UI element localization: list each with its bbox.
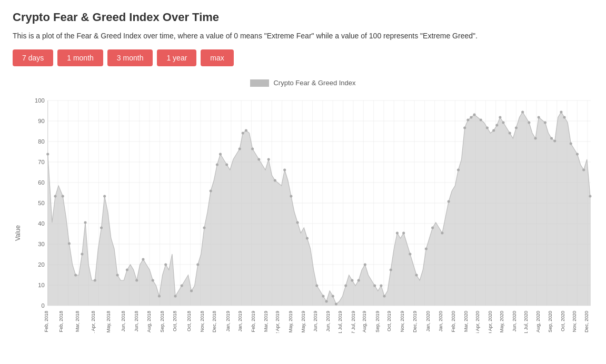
svg-point-89 bbox=[142, 258, 144, 261]
svg-text:28 Jun, 2018: 28 Jun, 2018 bbox=[134, 311, 139, 333]
svg-point-95 bbox=[190, 290, 193, 292]
svg-text:6 May, 2019: 6 May, 2019 bbox=[288, 311, 293, 333]
svg-point-97 bbox=[203, 227, 205, 229]
svg-point-77 bbox=[54, 195, 56, 198]
svg-point-99 bbox=[216, 164, 218, 166]
svg-point-128 bbox=[409, 253, 411, 256]
svg-text:19 Mar, 2019: 19 Mar, 2019 bbox=[263, 311, 269, 333]
svg-text:70: 70 bbox=[38, 159, 44, 165]
btn-1year[interactable]: 1 year bbox=[157, 49, 196, 66]
svg-text:2 Dec, 2020: 2 Dec, 2020 bbox=[584, 311, 589, 333]
svg-text:12 Apr, 2019: 12 Apr, 2019 bbox=[275, 311, 280, 333]
svg-text:26 Oct, 2018: 26 Oct, 2018 bbox=[186, 311, 191, 333]
svg-text:19 Nov, 2018: 19 Nov, 2018 bbox=[200, 311, 205, 333]
svg-point-135 bbox=[463, 127, 466, 129]
svg-point-134 bbox=[457, 169, 460, 171]
svg-point-93 bbox=[174, 295, 176, 298]
btn-1month[interactable]: 1 month bbox=[57, 49, 103, 66]
svg-point-118 bbox=[344, 285, 347, 287]
legend-color-box bbox=[250, 79, 269, 87]
svg-point-78 bbox=[62, 195, 64, 198]
svg-point-143 bbox=[499, 116, 501, 119]
svg-text:1 Feb, 2018: 1 Feb, 2018 bbox=[44, 311, 49, 333]
svg-point-133 bbox=[448, 200, 450, 203]
svg-point-90 bbox=[152, 279, 154, 282]
svg-point-157 bbox=[576, 153, 579, 156]
svg-point-151 bbox=[544, 122, 547, 124]
svg-point-91 bbox=[158, 295, 161, 298]
btn-3month[interactable]: 3 month bbox=[107, 49, 153, 66]
svg-point-145 bbox=[509, 132, 511, 135]
svg-text:60: 60 bbox=[38, 179, 44, 186]
svg-text:11 Jul, 2019: 11 Jul, 2019 bbox=[337, 311, 343, 333]
svg-text:0: 0 bbox=[41, 302, 44, 309]
chart-container: Crypto Fear & Greed Index Value .grid-li… bbox=[13, 79, 593, 364]
svg-point-131 bbox=[431, 227, 434, 229]
svg-text:10: 10 bbox=[38, 282, 44, 288]
svg-text:90: 90 bbox=[38, 118, 44, 124]
svg-text:2 Dec, 2019: 2 Dec, 2019 bbox=[412, 311, 418, 333]
svg-point-81 bbox=[81, 253, 83, 256]
time-filter-group: 7 days 1 month 3 month 1 year max bbox=[13, 49, 593, 66]
svg-point-84 bbox=[100, 227, 103, 229]
svg-point-121 bbox=[364, 264, 366, 266]
svg-text:6 Jan, 2019: 6 Jan, 2019 bbox=[225, 311, 231, 333]
svg-point-137 bbox=[470, 116, 472, 119]
svg-text:10 Aug, 2019: 10 Aug, 2019 bbox=[362, 311, 367, 333]
btn-7days[interactable]: 7 days bbox=[13, 49, 53, 66]
svg-point-152 bbox=[550, 137, 553, 140]
svg-point-119 bbox=[351, 279, 353, 282]
svg-point-156 bbox=[570, 143, 572, 145]
svg-text:23 Feb, 2019: 23 Feb, 2019 bbox=[251, 311, 256, 333]
svg-text:4 May, 2018: 4 May, 2018 bbox=[106, 311, 111, 333]
svg-point-158 bbox=[582, 169, 585, 171]
svg-text:2 Oct, 2018: 2 Oct, 2018 bbox=[172, 311, 177, 333]
svg-text:1 Jan, 2020: 1 Jan, 2020 bbox=[425, 311, 430, 333]
svg-text:25 Sep, 2019: 25 Sep, 2019 bbox=[375, 311, 380, 333]
svg-text:27 Jun, 2019: 27 Jun, 2019 bbox=[325, 311, 331, 333]
svg-text:11 Aug, 2020: 11 Aug, 2020 bbox=[535, 311, 541, 333]
svg-text:13 Mar, 2020: 13 Mar, 2020 bbox=[463, 311, 469, 333]
svg-point-92 bbox=[164, 264, 167, 266]
svg-point-155 bbox=[563, 116, 565, 119]
svg-point-147 bbox=[521, 111, 524, 114]
svg-point-139 bbox=[480, 119, 482, 122]
svg-point-129 bbox=[415, 274, 418, 277]
svg-point-153 bbox=[553, 140, 556, 143]
main-chart: .grid-line { stroke: #e0e0e0; stroke-wid… bbox=[25, 91, 593, 333]
y-axis-label: Value bbox=[13, 91, 23, 364]
svg-point-98 bbox=[210, 190, 212, 193]
svg-point-107 bbox=[267, 158, 270, 161]
svg-point-112 bbox=[306, 237, 309, 240]
svg-text:100: 100 bbox=[35, 97, 45, 104]
svg-point-144 bbox=[502, 122, 504, 124]
svg-text:8 Nov, 2020: 8 Nov, 2020 bbox=[572, 311, 577, 333]
svg-point-136 bbox=[466, 119, 469, 122]
svg-point-111 bbox=[296, 221, 299, 224]
svg-point-150 bbox=[538, 116, 540, 119]
svg-point-122 bbox=[373, 285, 376, 287]
svg-point-101 bbox=[225, 164, 228, 166]
btn-max[interactable]: max bbox=[201, 49, 233, 66]
svg-text:13 Jun, 2019: 13 Jun, 2019 bbox=[313, 311, 318, 333]
svg-point-105 bbox=[251, 148, 254, 150]
svg-point-123 bbox=[380, 285, 382, 287]
svg-point-102 bbox=[239, 148, 241, 150]
svg-text:20: 20 bbox=[38, 261, 44, 268]
svg-text:27 Jul, 2019: 27 Jul, 2019 bbox=[351, 311, 356, 333]
svg-text:24 May, 2020: 24 May, 2020 bbox=[499, 311, 504, 333]
svg-point-124 bbox=[383, 295, 385, 298]
svg-point-104 bbox=[245, 129, 247, 132]
svg-text:11 Jun, 2020: 11 Jun, 2020 bbox=[512, 311, 517, 333]
svg-text:8 Sep, 2018: 8 Sep, 2018 bbox=[160, 311, 165, 333]
svg-point-79 bbox=[68, 242, 71, 245]
svg-text:50: 50 bbox=[38, 200, 44, 206]
svg-point-88 bbox=[135, 279, 138, 282]
svg-point-117 bbox=[335, 303, 337, 306]
svg-text:30 Apr, 2020: 30 Apr, 2020 bbox=[488, 311, 493, 333]
svg-point-96 bbox=[196, 264, 199, 266]
svg-text:11 Apr, 2018: 11 Apr, 2018 bbox=[91, 311, 96, 333]
svg-point-115 bbox=[325, 300, 328, 303]
svg-point-146 bbox=[515, 127, 518, 129]
svg-text:30 Jan, 2019: 30 Jan, 2019 bbox=[237, 311, 243, 333]
